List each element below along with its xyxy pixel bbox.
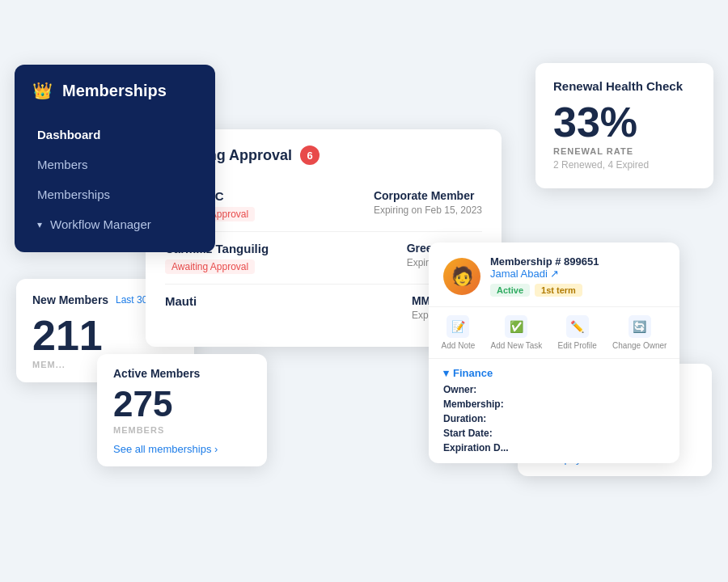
avatar: 🧑 [443,258,480,295]
start-date-label: Start Date: [443,428,516,439]
sidebar-menu: Dashboard Members Memberships Workflow M… [15,115,215,252]
sidebar-item-members[interactable]: Members [15,150,215,179]
sidebar-item-workflow[interactable]: Workflow Manager [15,209,215,239]
awaiting-badge: 6 [300,146,320,165]
owner-row: Owner: [443,384,665,395]
membership-row: Membership: [443,399,665,410]
renewal-card: Renewal Health Check 33% RENEWAL RATE 2 … [535,63,713,188]
membership-number: Membership # 899651 [490,255,599,268]
sidebar-card: 👑 Memberships Dashboard Members Membersh… [15,65,215,252]
add-note-button[interactable]: 📝 Add Note [442,315,476,350]
edit-profile-icon: ✏️ [566,315,589,338]
profile-info: Membership # 899651 Jamal Abadi ↗ Active… [490,255,599,297]
add-task-button[interactable]: ✅ Add New Task [491,315,543,350]
member-type: Corporate Member [374,189,482,202]
term-badge: 1st term [535,284,582,297]
change-owner-icon: 🔄 [629,315,651,338]
owner-label: Owner: [443,384,516,395]
expiration-label: Expiration D... [443,442,516,453]
edit-profile-label: Edit Profile [558,341,597,350]
renewal-sub: 2 Renewed, 4 Expired [553,159,696,171]
add-task-label: Add New Task [491,341,543,350]
sidebar-header: 👑 Memberships [15,65,215,115]
member-expire: Expiring on Feb 15, 2023 [374,205,482,216]
duration-label: Duration: [443,413,516,424]
sidebar-title: Memberships [62,82,167,100]
active-members-card: Active Members 275 MEMBERS See all membe… [97,354,267,466]
expiration-row: Expiration D... [443,442,665,453]
start-date-row: Start Date: [443,428,665,439]
change-owner-button[interactable]: 🔄 Change Owner [612,315,667,350]
crown-icon: 👑 [32,81,53,100]
renewal-title: Renewal Health Check [553,79,696,93]
renewal-rate-label: RENEWAL RATE [553,146,696,156]
membership-label: Membership: [443,399,516,410]
finance-section-title: ▾ Finance [443,367,665,379]
renewal-percent: 33% [553,101,696,143]
add-task-icon: ✅ [505,315,527,338]
profile-badges: Active 1st term [490,284,599,297]
chevron-down-icon: ▾ [443,367,449,379]
new-members-title: New Members [32,293,108,306]
change-owner-label: Change Owner [612,341,667,350]
add-note-icon: 📝 [447,315,469,338]
active-members-title: Active Members [113,367,251,380]
active-members-label: MEMBERS [113,425,251,435]
see-all-memberships-link[interactable]: See all memberships › [113,443,251,455]
active-members-count: 275 [113,386,251,422]
profile-header: 🧑 Membership # 899651 Jamal Abadi ↗ Acti… [429,242,679,307]
add-note-label: Add Note [442,341,476,350]
sidebar-item-dashboard[interactable]: Dashboard [15,120,215,150]
duration-row: Duration: [443,413,665,424]
profile-card: 🧑 Membership # 899651 Jamal Abadi ↗ Acti… [429,242,679,463]
edit-profile-button[interactable]: ✏️ Edit Profile [558,315,597,350]
member-name-link[interactable]: Jamal Abadi ↗ [490,268,599,280]
profile-actions: 📝 Add Note ✅ Add New Task ✏️ Edit Profil… [429,307,679,359]
sidebar-item-memberships[interactable]: Memberships [15,179,215,209]
profile-details: ▾ Finance Owner: Membership: Duration: S… [429,359,679,463]
member-name: Mauti [165,294,197,308]
member-status: Awaiting Approval [165,259,255,274]
active-badge: Active [490,284,530,297]
